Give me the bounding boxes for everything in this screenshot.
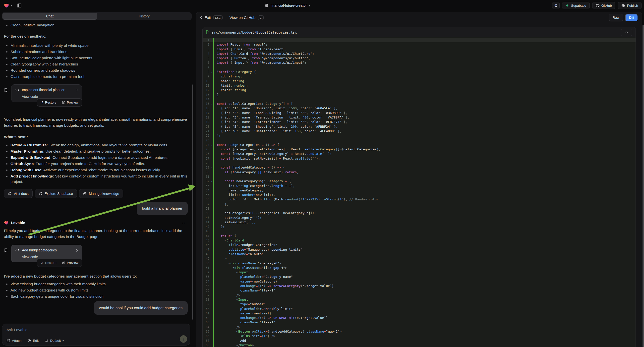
line-number: 51 <box>203 266 213 270</box>
sidebar-toggle-icon[interactable] <box>17 3 22 8</box>
code-line: 11 limit: number; <box>203 84 636 88</box>
line-number: 11 <box>203 84 213 88</box>
line-number: 4 <box>203 52 213 56</box>
line-number: 13 <box>203 92 213 97</box>
top-bar: ▾ financial-future-creator ▾ ⚙ <box>0 0 644 11</box>
project-chevron-icon: ▾ <box>309 4 310 7</box>
sliders-icon <box>45 339 48 342</box>
intro-bullet-list: Clean, intuitive navigation <box>4 22 189 28</box>
line-number: 48 <box>203 252 213 256</box>
restore-preview-pill: ↺ Restore Preview <box>37 259 82 267</box>
code-line: 38 <box>203 206 636 211</box>
code-line: 18 { id: '3', name: 'Transportation', li… <box>203 115 636 120</box>
external-link-icon <box>62 101 65 104</box>
bookmark-icon[interactable] <box>4 88 8 102</box>
exit-button[interactable]: Exit ESC <box>200 16 222 20</box>
chevron-left-icon <box>200 16 202 19</box>
restore-button[interactable]: ↺ Restore <box>38 98 59 106</box>
line-number: 44 <box>203 234 213 238</box>
mode-selector[interactable]: Default ▾ <box>45 339 64 342</box>
project-switcher[interactable]: financial-future-creator ▾ <box>264 0 310 11</box>
list-item: View existing budget categories with the… <box>4 281 189 287</box>
help-paragraph: I'll help you add budget categories to t… <box>4 228 189 240</box>
line-number: 16 <box>203 106 213 110</box>
line-number: 28 <box>203 161 213 165</box>
chat-scrollbar[interactable] <box>192 84 193 320</box>
code-line: 64 /> <box>203 325 636 329</box>
code-line: 12 color: string; <box>203 88 636 92</box>
view-code-link[interactable]: View code <box>22 94 78 98</box>
page-scrollbar[interactable] <box>642 25 644 347</box>
line-number: 41 <box>203 220 213 224</box>
code-line: 4import ChartCard from '@/components/ui/… <box>203 52 636 56</box>
line-number: 43 <box>203 229 213 234</box>
workbench-header: Exit ESC View on GitHub G Raw Diff <box>196 12 642 23</box>
message-menu-icon[interactable]: ··· <box>182 220 189 225</box>
assistant-name: Lovable <box>11 220 25 225</box>
lovable-heart-logo[interactable] <box>4 3 9 8</box>
preview-button[interactable]: Preview <box>59 98 81 106</box>
line-number: 40 <box>203 216 213 220</box>
design-bullet-list: Minimalist interface with plenty of whit… <box>4 43 189 80</box>
code-line: 35 limit: Number(newLimit), <box>203 193 636 197</box>
composer-input[interactable]: Ask Lovable... <box>6 328 186 332</box>
code-line: 67 Add <box>203 338 636 343</box>
code-line: 48 className="h-auto" <box>203 252 636 256</box>
code-line: 2import React from 'react'; <box>203 42 636 47</box>
target-icon <box>28 339 31 342</box>
list-item: Each category gets a unique color for vi… <box>4 294 189 299</box>
preview-button[interactable]: Preview <box>59 259 81 266</box>
tab-history[interactable]: History <box>97 13 191 20</box>
user-message-row: would be cool if you could add budget ca… <box>4 301 189 315</box>
line-number: 45 <box>203 238 213 243</box>
view-on-github-button[interactable]: View on GitHub G <box>230 16 264 20</box>
edit-mode-button[interactable]: Edit <box>28 339 38 342</box>
code-line: 34 name: newCategory, <box>203 188 636 193</box>
chevron-right-icon <box>76 249 78 252</box>
github-octocat-icon <box>596 4 600 8</box>
added-bullet-list: View existing budget categories with the… <box>4 281 189 299</box>
bookmark-icon[interactable] <box>4 248 8 262</box>
line-number: 32▾ <box>203 179 213 184</box>
code-line: 56 className="flex-1" <box>203 288 636 293</box>
package-box-icon <box>83 192 87 196</box>
collapse-file-button[interactable] <box>621 29 632 36</box>
workspace-chevron-icon[interactable]: ▾ <box>11 4 12 7</box>
chat-composer[interactable]: Ask Lovable... Attach Edit <box>2 324 190 346</box>
code-line: 20 { id: '5', name: 'Shopping', limit: 2… <box>203 124 636 129</box>
code-line: 51 <div className="flex gap-4"> <box>203 266 636 270</box>
code-line: 23 <box>203 138 636 143</box>
tab-chat[interactable]: Chat <box>2 13 97 20</box>
explore-supabase-button[interactable]: Explore Supabase <box>35 189 77 198</box>
line-number: 37 <box>203 202 213 206</box>
diff-toggle-button[interactable]: Diff <box>625 14 638 22</box>
code-line: 33 id: String(categories.length + 1), <box>203 184 636 188</box>
list-item: Add new budget categories with custom li… <box>4 288 189 293</box>
line-number: 46 <box>203 243 213 247</box>
code-line: 68 </Button> <box>203 343 636 347</box>
view-code-link[interactable]: View code <box>22 255 78 259</box>
settings-button[interactable]: ⚙ <box>552 2 560 9</box>
version-card-title: Implement financial planner <box>22 88 64 92</box>
line-number: 59 <box>203 302 213 306</box>
line-number: 35 <box>203 193 213 197</box>
github-button[interactable]: GitHub <box>592 2 615 9</box>
list-item: Glass-morphic elements for a premium fee… <box>4 74 189 80</box>
code-line: 6import { Input } from '@/components/ui/… <box>203 60 636 65</box>
line-number: 24▾ <box>203 143 213 147</box>
send-button[interactable]: ↑ <box>180 335 187 343</box>
attach-button[interactable]: Attach <box>6 339 22 342</box>
raw-toggle-button[interactable]: Raw <box>609 14 623 22</box>
supabase-button[interactable]: Supabase <box>562 2 590 9</box>
file-header[interactable]: src/components/budget/BudgetCategories.t… <box>203 28 636 37</box>
ready-paragraph: Your sleek financial planner is now read… <box>4 116 189 128</box>
code-line: 43 <box>203 229 636 234</box>
visit-docs-button[interactable]: Visit docs <box>4 189 32 198</box>
publish-button[interactable]: Publish <box>618 2 642 9</box>
file-diff-card: src/components/budget/BudgetCategories.t… <box>202 27 636 347</box>
code-editor[interactable]: 1 2import React from 'react';3import { P… <box>203 37 636 347</box>
code-line: 57 /> <box>203 293 636 298</box>
manage-knowledge-button[interactable]: Manage knowledge <box>79 189 123 198</box>
line-number: 31 <box>203 174 213 179</box>
restore-button[interactable]: ↺ Restore <box>38 259 59 266</box>
